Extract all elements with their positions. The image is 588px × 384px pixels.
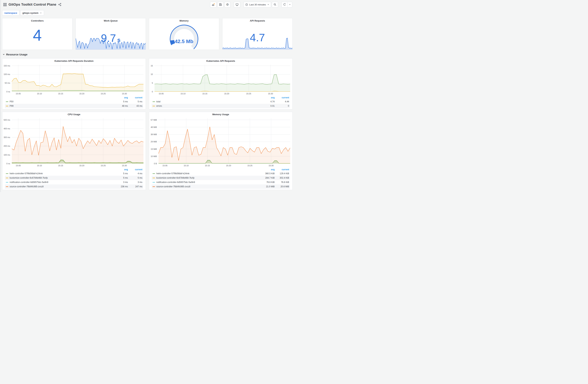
series-color-dash [152, 182, 155, 183]
panel-title[interactable]: Kubernetes API Requests Duration [2, 59, 146, 63]
legend-col-current[interactable]: current [275, 96, 290, 99]
add-panel-button[interactable] [210, 2, 216, 7]
x-axis-tick: 15:20 [224, 93, 229, 95]
x-axis-tick: 15:15 [58, 165, 63, 167]
y-axis-tick: 200 ms [4, 145, 10, 147]
variable-label-namespace: namespace [2, 10, 19, 16]
x-axis-tick: 15:05 [159, 93, 164, 95]
chart-k8s-api-duration: 0 ns50 ms100 ms150 ms 15:0515:1015:1515:… [2, 63, 146, 95]
y-axis-tick: 10 MiB [151, 155, 157, 158]
legend-col-avg[interactable]: avg [259, 96, 275, 99]
series-color-dash [6, 182, 8, 183]
panel-controllers: Controllers 4 [2, 18, 72, 50]
zoom-out-button[interactable] [272, 2, 278, 7]
y-axis-tick: 5 [152, 82, 153, 84]
legend-row: notification-controller-6d56575dc-5w9n97… [152, 180, 290, 184]
chevron-down-icon [267, 3, 269, 6]
legend-series-name[interactable]: P50 [5, 100, 112, 103]
share-icon [58, 3, 62, 6]
zoom-out-icon [273, 3, 276, 6]
legend-value-avg: 0.01 [259, 105, 275, 107]
legend-value-avg: 360.5 KiB [259, 172, 275, 175]
settings-gear-icon: ⚙ [226, 3, 229, 6]
legend-value-current: 129.4 KiB [275, 172, 290, 175]
legend-col-current[interactable]: current [275, 168, 290, 171]
series-color-dash [6, 173, 8, 174]
chart-canvas [154, 65, 290, 92]
panel-k8s-api-requests: Kubernetes API Requests 051015 15:0515:1… [149, 58, 293, 109]
grafana-dashboard: GitOps Toolkit Control Plane [0, 0, 294, 190]
legend-series-name[interactable]: errors [152, 105, 259, 107]
panel-api-requests: API Requests 4.7 [222, 18, 293, 50]
series-color-dash [6, 106, 8, 106]
time-range-picker[interactable]: Last 30 minutes [244, 2, 271, 7]
legend-series-name[interactable]: notification-controller-6d56575dc-5w9n9 [152, 181, 259, 184]
chart-legend: avgcurrentP505 ms5 msP9948 ms43 ms [2, 95, 146, 109]
refresh-button[interactable] [281, 2, 288, 7]
dashboard-settings-button[interactable]: ⚙ [224, 2, 231, 7]
y-axis-tick: 500 ms [4, 119, 10, 121]
row-resource-usage[interactable]: Resource Usage [2, 52, 293, 56]
save-dashboard-button[interactable] [217, 2, 224, 7]
chart-canvas [12, 118, 144, 164]
x-axis-tick: 15:30 [268, 93, 273, 95]
panel-title[interactable]: Controllers [2, 18, 72, 23]
namespace-selected-value: gitops-system [22, 12, 38, 14]
series-color-dash [152, 173, 155, 174]
legend-series-name[interactable]: source-controller-7fb84fc985-zvsz8 [5, 185, 112, 188]
legend-series-name[interactable]: P99 [5, 105, 112, 107]
y-axis-tick: 150 ms [4, 64, 10, 67]
y-axis-tick: 19 MiB [151, 148, 157, 150]
y-axis-tick: 100 ms [4, 154, 10, 156]
y-axis-tick: 50 ms [5, 82, 10, 84]
legend-row: notification-controller-6d56575dc-5w9n93… [5, 180, 143, 184]
series-color-dash [152, 106, 155, 106]
x-axis-tick: 15:15 [202, 93, 208, 95]
legend-row: P505 ms5 ms [5, 99, 143, 104]
legend-series-name[interactable]: source-controller-7fb84fc985-zvsz8 [152, 185, 259, 188]
x-axis-tick: 15:15 [205, 165, 210, 167]
legend-col-avg[interactable]: avg [112, 96, 129, 99]
x-axis-tick: 15:05 [16, 165, 21, 167]
namespace-select[interactable]: gitops-system [20, 10, 44, 16]
legend-col-avg[interactable]: avg [112, 168, 129, 171]
chart-legend: avgcurrenthelm-controller-57f9b56bbf-k24… [2, 167, 146, 190]
legend-value-avg: 4.74 [259, 100, 275, 103]
panel-title[interactable]: CPU Usage [2, 112, 146, 117]
dashboard-grid-icon [3, 3, 7, 6]
refresh-icon [283, 3, 286, 6]
save-icon [219, 3, 222, 6]
share-dashboard-button[interactable] [58, 3, 62, 6]
panel-work-queue: Work Queue 9.7s [76, 18, 146, 50]
legend-row: source-controller-7fb84fc985-zvsz8236 ms… [5, 184, 143, 189]
x-axis-tick: 15:10 [37, 93, 42, 95]
legend-col-avg[interactable]: avg [259, 168, 275, 171]
x-axis-tick: 15:30 [122, 93, 127, 95]
panel-title[interactable]: Kubernetes API Requests [149, 59, 292, 63]
legend-value-current: 20.6 MiB [275, 185, 290, 188]
series-color-dash [152, 186, 155, 187]
chevron-down-icon [40, 12, 42, 14]
legend-value-avg: 3 ms [112, 181, 129, 184]
refresh-interval-dropdown[interactable] [288, 2, 292, 7]
cycle-view-button[interactable] [234, 2, 240, 7]
legend-col-current[interactable]: current [129, 96, 143, 99]
panel-title[interactable]: Work Queue [76, 18, 146, 23]
legend-value-current: 5 ms [129, 100, 143, 103]
legend-series-name[interactable]: total [152, 100, 259, 103]
series-color-dash [6, 186, 8, 187]
x-axis-tick: 15:15 [58, 93, 63, 95]
legend-series-name[interactable]: kustomize-controller-6c6784b468-7kzfp [5, 177, 112, 179]
legend-series-name[interactable]: helm-controller-57f9b56bbf-k24mk [152, 172, 259, 175]
legend-series-name[interactable]: kustomize-controller-6c6784b468-7kzfp [152, 177, 259, 179]
controllers-stat-value: 4 [2, 27, 72, 43]
legend-series-name[interactable]: notification-controller-6d56575dc-5w9n9 [5, 181, 112, 184]
panel-title[interactable]: API Requests [222, 18, 292, 23]
legend-col-current[interactable]: current [129, 168, 143, 171]
series-color-dash [6, 178, 8, 178]
legend-series-name[interactable]: helm-controller-57f9b56bbf-k24mk [5, 172, 112, 175]
panel-title[interactable]: Memory Usage [149, 112, 292, 117]
legend-value-avg: 76.6 KiB [259, 181, 275, 184]
y-axis-tick: 0 ns [6, 162, 10, 165]
panel-title[interactable]: Memory [149, 18, 219, 23]
